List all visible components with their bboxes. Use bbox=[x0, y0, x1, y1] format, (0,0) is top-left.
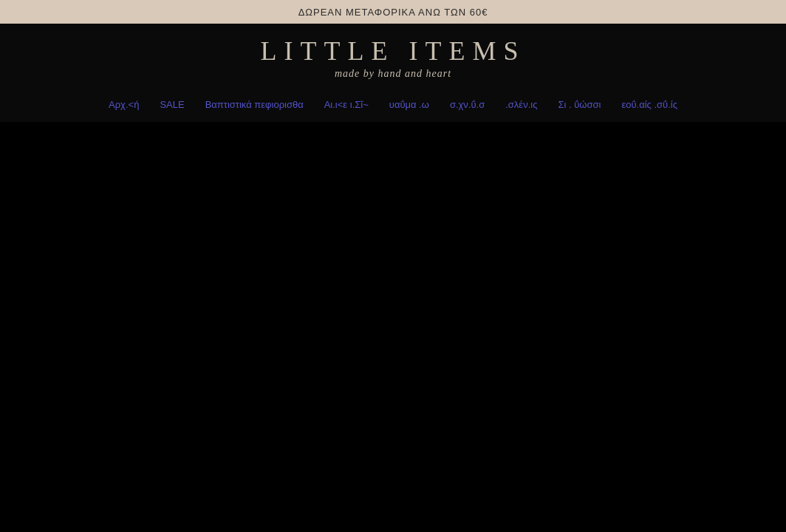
header: Little Items made by hand and heart bbox=[0, 24, 786, 90]
nav-item-about[interactable]: Σι . ΰώσσι bbox=[547, 96, 611, 113]
top-banner: ΔΩΡΕΑΝ ΜΕΤΑΦΟΡΙΚΑ ΑΝΩ ΤΩΝ 60€ bbox=[0, 0, 786, 24]
logo-subtitle: made by hand and heart bbox=[335, 68, 451, 80]
logo-title: Little Items bbox=[261, 37, 526, 66]
main-nav: Αρχ.<ήSALEΒαπτιστικά πεφιορισθαΑι.ι<ε ι.… bbox=[0, 90, 786, 122]
nav-item-favorites[interactable]: εοΰ.αίς .σΰ.ίς bbox=[611, 96, 688, 113]
nav-item-gallery[interactable]: .σλέν.ις bbox=[495, 96, 547, 113]
nav-item-accessories[interactable]: Αι.ι<ε ι.Σΐ~ bbox=[314, 96, 379, 113]
banner-text: ΔΩΡΕΑΝ ΜΕΤΑΦΟΡΙΚΑ ΑΝΩ ΤΩΝ 60€ bbox=[298, 7, 488, 18]
nav-item-gifts[interactable]: υαΰμα .ω bbox=[379, 96, 440, 113]
nav-item-sale[interactable]: SALE bbox=[149, 96, 194, 113]
nav-item-contact[interactable]: σ.χν.ΰ.σ bbox=[440, 96, 495, 113]
nav-item-home[interactable]: Αρχ.<ή bbox=[98, 96, 149, 113]
nav-item-baptism[interactable]: Βαπτιστικά πεφιορισθα bbox=[195, 96, 314, 113]
main-content bbox=[0, 122, 786, 531]
